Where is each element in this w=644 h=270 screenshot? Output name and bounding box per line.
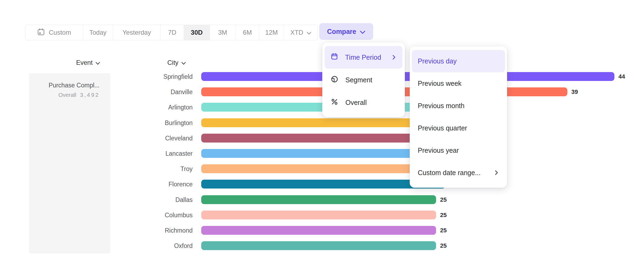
bar-row-lancaster: Lancaster: [0, 149, 644, 158]
bar-row-arlington: Arlington: [0, 103, 644, 112]
bar-row-oxford: Oxford25: [0, 241, 644, 250]
time-period-submenu: Previous dayPrevious weekPrevious monthP…: [410, 46, 507, 188]
bar-value-label: 44: [618, 74, 625, 80]
city-label: Dallas: [112, 197, 193, 203]
bar-value-label: 25: [440, 197, 447, 203]
submenu-item-label: Previous week: [418, 80, 498, 87]
analytics-dashboard: CustomTodayYesterday7D30D3M6M12MXTD Comp…: [0, 0, 644, 270]
submenu-item-custom-date-range[interactable]: Custom date range...: [412, 162, 505, 184]
bar-value-label: 39: [571, 89, 578, 95]
chevron-right-icon: [392, 54, 395, 61]
city-label: Cleveland: [112, 135, 193, 141]
menu-item-overall[interactable]: Overall: [325, 91, 402, 114]
bar-row-springfield: Springfield44: [0, 72, 644, 81]
city-label: Troy: [112, 166, 193, 172]
city-label: Florence: [112, 181, 193, 187]
bar-row-dallas: Dallas25: [0, 195, 644, 204]
segment-icon: [331, 75, 338, 85]
bar-value-label: 25: [440, 243, 447, 249]
bar-row-columbus: Columbus25: [0, 211, 644, 219]
submenu-item-previous-quarter[interactable]: Previous quarter: [412, 117, 505, 139]
submenu-item-label: Previous quarter: [418, 124, 498, 132]
bar-row-danville: Danville39: [0, 87, 644, 96]
menu-item-label: Segment: [345, 76, 395, 84]
percent-icon: [331, 98, 338, 107]
bar-richmond[interactable]: [201, 226, 436, 235]
bar-row-troy: Troy: [0, 164, 644, 173]
city-label: Burlington: [112, 120, 193, 126]
city-label: Springfield: [112, 73, 193, 80]
menu-item-time-period[interactable]: Time Period: [325, 46, 402, 69]
bar-oxford[interactable]: [201, 241, 436, 250]
submenu-item-previous-month[interactable]: Previous month: [412, 95, 505, 117]
submenu-item-label: Previous year: [418, 147, 498, 154]
city-label: Arlington: [112, 104, 193, 110]
menu-item-label: Time Period: [345, 54, 385, 61]
bar-row-cleveland: Cleveland: [0, 134, 644, 143]
submenu-item-previous-year[interactable]: Previous year: [412, 139, 505, 162]
bar-florence[interactable]: [201, 180, 445, 189]
menu-item-label: Overall: [345, 99, 395, 106]
city-bar-chart: Springfield44Danville39ArlingtonBurlingt…: [0, 0, 644, 270]
city-label: Lancaster: [112, 150, 193, 157]
menu-item-segment[interactable]: Segment: [325, 69, 402, 91]
city-label: Richmond: [112, 227, 193, 233]
bar-value-label: 25: [440, 228, 447, 233]
submenu-item-previous-day[interactable]: Previous day: [412, 50, 505, 72]
city-label: Columbus: [112, 212, 193, 218]
bar-row-richmond: Richmond25: [0, 226, 644, 235]
bar-row-burlington: Burlington: [0, 118, 644, 127]
chevron-right-icon: [495, 169, 498, 177]
submenu-item-label: Custom date range...: [418, 169, 488, 177]
city-label: Danville: [112, 89, 193, 95]
bar-value-label: 25: [440, 212, 447, 218]
submenu-item-previous-week[interactable]: Previous week: [412, 72, 505, 95]
city-label: Oxford: [112, 243, 193, 249]
submenu-item-label: Previous day: [418, 57, 498, 65]
bar-columbus[interactable]: [201, 211, 436, 219]
calendar-icon: [331, 53, 338, 62]
bar-row-florence: Florence: [0, 180, 644, 189]
submenu-item-label: Previous month: [418, 102, 498, 110]
bar-dallas[interactable]: [201, 195, 436, 204]
compare-dropdown-menu: Time PeriodSegmentOverall: [322, 42, 405, 117]
bar-springfield[interactable]: [201, 72, 614, 81]
